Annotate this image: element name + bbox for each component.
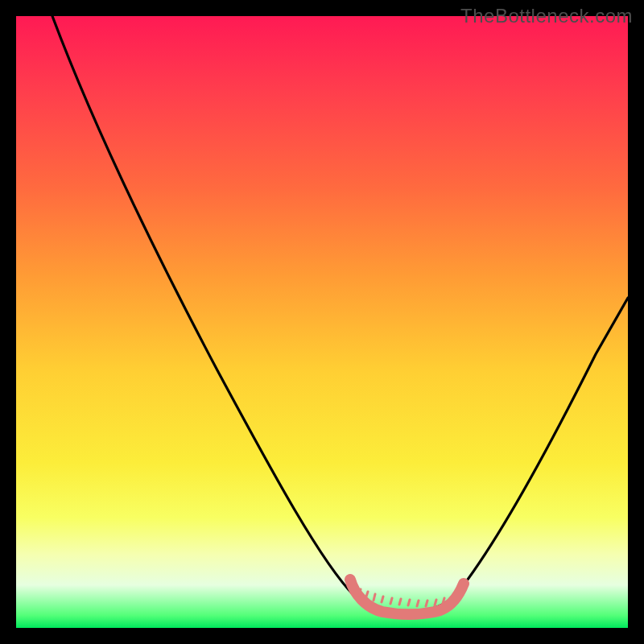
main-curve [52, 16, 628, 613]
chart-frame: TheBottleneck.com [0, 0, 644, 644]
watermark-text: TheBottleneck.com [460, 5, 633, 27]
curve-svg [16, 16, 628, 628]
plot-area [16, 16, 628, 628]
